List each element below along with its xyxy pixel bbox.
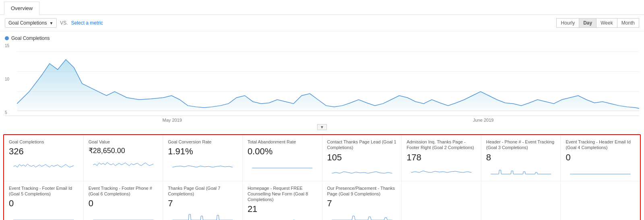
metric-cell-goal2: Admission Inq. Thanks Page - Footer Righ… xyxy=(402,135,481,181)
toolbar: Goal Completions ▼ VS. Select a metric H… xyxy=(0,15,644,31)
metric-cell-empty-8 xyxy=(561,181,640,220)
time-btn-week[interactable]: Week xyxy=(596,18,617,28)
metric-label: Event Tracking - Footer Phone # (Goal 6 … xyxy=(89,185,158,197)
metric-cell-goal-completions: Goal Completions 326 xyxy=(4,135,84,181)
sparkline-goal3 xyxy=(486,164,556,176)
sparkline-goal2 xyxy=(407,164,476,176)
vs-label: VS. xyxy=(60,20,68,26)
metric-value: 178 xyxy=(407,152,476,163)
metric-value: 8 xyxy=(486,152,556,163)
metric-value: 105 xyxy=(327,152,397,163)
metric-value: 21 xyxy=(248,204,317,214)
sparkline-goal9 xyxy=(327,210,397,220)
metric-selector-label: Goal Completions xyxy=(8,20,47,26)
metric-cell-abandonment-rate: Total Abandonment Rate 0.00% xyxy=(243,135,322,181)
metric-label: Admission Inq. Thanks Page - Footer Righ… xyxy=(407,139,476,151)
metrics-row-1: Goal Completions 326 Goal Value ₹28,650.… xyxy=(4,135,640,181)
chart-y-labels: 15 10 5 xyxy=(5,44,9,116)
metric-value: 1.91% xyxy=(168,146,237,157)
sparkline-goal-value xyxy=(89,157,158,168)
time-btn-hourly[interactable]: Hourly xyxy=(556,18,579,28)
metric-label: Homepage - Request FREE Counselling New … xyxy=(248,185,317,203)
sparkline-conversion-rate xyxy=(168,158,237,170)
chart-expand: ▼ xyxy=(5,123,639,131)
x-label-may: May 2019 xyxy=(163,118,182,122)
metric-cell-goal5: Event Tracking - Footer Email Id (Goal 5… xyxy=(4,181,84,220)
metric-cell-goal7: Thanks Page Goal (Goal 7 Completions) 7 xyxy=(163,181,243,220)
metric-cell-empty-7 xyxy=(481,181,561,220)
metric-value: 0 xyxy=(9,198,78,209)
sparkline-goal4 xyxy=(566,164,635,176)
metric-label: Goal Value xyxy=(89,139,158,145)
tab-overview[interactable]: Overview xyxy=(4,2,39,15)
time-btn-month[interactable]: Month xyxy=(617,18,639,28)
metric-value: 326 xyxy=(9,146,78,157)
metric-value: 0 xyxy=(566,152,635,163)
metric-value: ₹28,650.00 xyxy=(89,146,158,155)
metric-label: Total Abandonment Rate xyxy=(248,139,317,145)
metric-label: Goal Conversion Rate xyxy=(168,139,237,145)
time-period-buttons: Hourly Day Week Month xyxy=(557,18,639,28)
metric-label: Event Tracking - Footer Email Id (Goal 5… xyxy=(9,185,78,197)
metric-label: Our Presence/Placement - Thanks Page (Go… xyxy=(327,185,397,197)
metric-cell-goal8: Homepage - Request FREE Counselling New … xyxy=(243,181,322,220)
tab-bar: Overview xyxy=(0,0,644,15)
metrics-row-2: Event Tracking - Footer Email Id (Goal 5… xyxy=(4,181,640,220)
y-label-15: 15 xyxy=(5,44,9,48)
chevron-down-icon: ▼ xyxy=(49,21,53,25)
select-metric-link[interactable]: Select a metric xyxy=(71,20,103,26)
legend-label: Goal Completions xyxy=(11,35,50,41)
metric-cell-conversion-rate: Goal Conversion Rate 1.91% xyxy=(163,135,243,181)
legend-dot xyxy=(5,36,9,40)
sparkline-goal5 xyxy=(9,210,78,220)
metrics-section: Goal Completions 326 Goal Value ₹28,650.… xyxy=(3,134,641,220)
chart-expand-button[interactable]: ▼ xyxy=(317,124,327,130)
x-label-june: June 2019 xyxy=(473,118,493,122)
metric-label: Header - Phone # - Event Tracking (Goal … xyxy=(486,139,556,151)
chart-svg xyxy=(5,44,639,116)
sparkline-goal8 xyxy=(248,216,317,220)
chart-legend: Goal Completions xyxy=(5,35,639,41)
metric-label: Thanks Page Goal (Goal 7 Completions) xyxy=(168,185,237,197)
metric-value: 0 xyxy=(89,198,158,209)
metric-cell-empty-6 xyxy=(402,181,481,220)
metric-label: Contact Thanks Page Lead (Goal 1 Complet… xyxy=(327,139,397,151)
metric-value: 7 xyxy=(327,198,397,209)
metric-value: 7 xyxy=(168,198,237,209)
metric-cell-goal6: Event Tracking - Footer Phone # (Goal 6 … xyxy=(84,181,163,220)
metric-cell-goal4: Event Tracking - Header Email Id (Goal 4… xyxy=(561,135,640,181)
sparkline-goal6 xyxy=(89,210,158,220)
time-btn-day[interactable]: Day xyxy=(579,18,597,28)
metric-cell-goal1: Contact Thanks Page Lead (Goal 1 Complet… xyxy=(322,135,402,181)
metric-label: Event Tracking - Header Email Id (Goal 4… xyxy=(566,139,635,151)
y-label-10: 10 xyxy=(5,77,9,81)
sparkline-goal1 xyxy=(327,164,397,176)
metric-label: Goal Completions xyxy=(9,139,78,145)
sparkline-abandonment xyxy=(248,158,317,170)
chart-container: 15 10 5 xyxy=(5,44,639,116)
metric-cell-goal-value: Goal Value ₹28,650.00 xyxy=(84,135,163,181)
metric-cell-goal3: Header - Phone # - Event Tracking (Goal … xyxy=(481,135,561,181)
chart-area: Goal Completions 15 10 5 May xyxy=(0,31,644,131)
y-label-5: 5 xyxy=(5,110,9,115)
sparkline-goal7 xyxy=(168,210,237,220)
chart-x-labels: May 2019 June 2019 xyxy=(5,116,639,123)
metric-selector-button[interactable]: Goal Completions ▼ xyxy=(5,18,57,28)
metric-cell-goal9: Our Presence/Placement - Thanks Page (Go… xyxy=(322,181,402,220)
metric-value: 0.00% xyxy=(248,146,317,157)
sparkline-goal-completions xyxy=(9,158,78,170)
